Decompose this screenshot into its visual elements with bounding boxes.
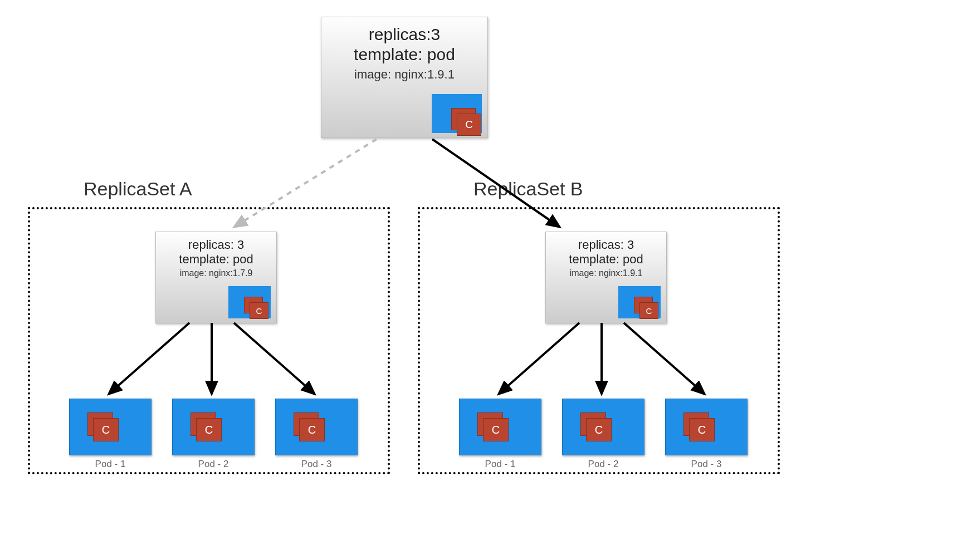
replicaset-b-image: image: nginx:1.9.1 (546, 268, 666, 278)
container-icon: C (228, 286, 271, 318)
pod-b-1: C (459, 399, 541, 455)
container-tile-icon: C (196, 418, 222, 441)
deployment-template: template: pod (321, 45, 487, 64)
replicaset-a-title: ReplicaSet A (84, 178, 192, 200)
pod-b-1-label: Pod - 1 (459, 459, 541, 470)
replicaset-b-container: replicas: 3 template: pod image: nginx:1… (418, 207, 780, 474)
replicaset-b-template: template: pod (546, 252, 666, 267)
container-icon: C (432, 94, 482, 133)
pod-b-2-label: Pod - 2 (562, 459, 644, 470)
deployment-spec-box: replicas:3 template: pod image: nginx:1.… (321, 17, 488, 138)
container-icon: C (618, 286, 661, 318)
replicaset-a-container: replicas: 3 template: pod image: nginx:1… (28, 207, 390, 474)
pod-b-2: C (562, 399, 644, 455)
diagram-canvas: replicas:3 template: pod image: nginx:1.… (0, 0, 967, 560)
replicaset-b-title: ReplicaSet B (473, 178, 583, 200)
replicaset-a-spec-box: replicas: 3 template: pod image: nginx:1… (155, 232, 277, 323)
container-tile-icon: C (483, 418, 509, 441)
replicaset-a-template: template: pod (156, 252, 276, 267)
container-tile-icon: C (299, 418, 325, 441)
pod-a-2: C (172, 399, 255, 455)
pod-a-2-label: Pod - 2 (172, 459, 255, 470)
replicaset-b-replicas: replicas: 3 (546, 238, 666, 252)
pod-a-3: C (275, 399, 358, 455)
replicaset-b-spec-box: replicas: 3 template: pod image: nginx:1… (545, 232, 667, 323)
replicaset-a-replicas: replicas: 3 (156, 238, 276, 252)
deployment-replicas: replicas:3 (321, 25, 487, 44)
pod-a-1: C (69, 399, 152, 455)
pod-a-3-label: Pod - 3 (275, 459, 358, 470)
pod-b-3-label: Pod - 3 (665, 459, 748, 470)
container-tile-icon: C (457, 114, 481, 136)
container-tile-icon: C (93, 418, 119, 441)
pod-a-1-label: Pod - 1 (69, 459, 152, 470)
container-tile-icon: C (639, 302, 658, 319)
container-tile-icon: C (250, 302, 268, 319)
container-tile-icon: C (689, 418, 715, 441)
container-tile-icon: C (586, 418, 612, 441)
pod-b-3: C (665, 399, 748, 455)
deployment-image: image: nginx:1.9.1 (321, 67, 487, 82)
replicaset-a-image: image: nginx:1.7.9 (156, 268, 276, 278)
